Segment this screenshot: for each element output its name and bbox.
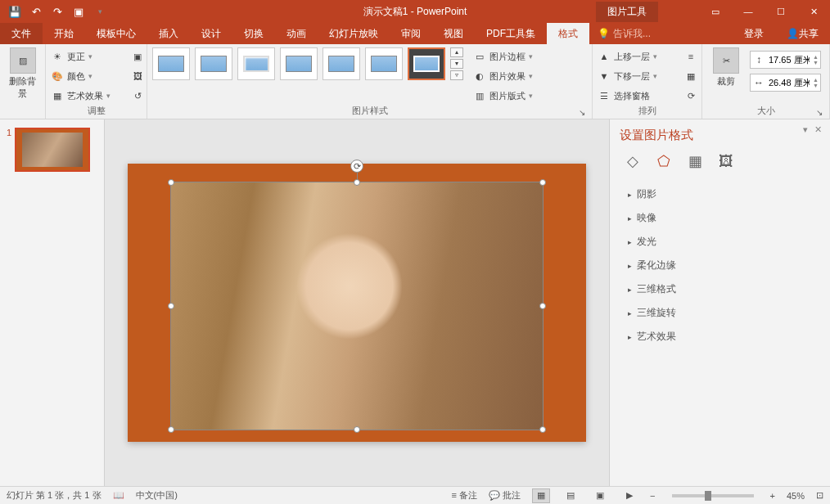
picture-effects-button[interactable]: ◐图片效果 ▾ [473,67,533,85]
start-from-beginning-button[interactable]: ▣ [69,2,88,21]
share-button[interactable]: 👤 共享 [775,23,830,44]
zoom-out-button[interactable]: − [650,491,655,501]
resize-handle-s[interactable] [354,426,360,433]
language-indicator[interactable]: 中文(中国) [136,489,178,502]
minimize-button[interactable]: — [732,0,765,23]
section-3drotate[interactable]: 三维旋转 [620,301,820,325]
group-button[interactable]: ▦ [684,67,697,85]
resize-handle-n[interactable] [354,179,360,186]
change-picture-button[interactable]: 🖼 [131,67,144,85]
picture-border-button[interactable]: ▭图片边框 ▾ [473,47,533,65]
picture-pane-icon[interactable]: 🖼 [716,151,736,171]
resize-handle-ne[interactable] [539,179,546,186]
reset-picture-button[interactable]: ↺ [131,87,144,105]
resize-handle-nw[interactable] [168,179,174,186]
zoom-slider[interactable] [672,494,754,497]
redo-button[interactable]: ↷ [47,2,67,21]
tab-format[interactable]: 格式 [547,23,589,44]
section-glow[interactable]: 发光 [620,230,820,254]
thumbnail-preview [15,128,90,172]
section-3dformat[interactable]: 三维格式 [620,277,820,301]
rotate-button[interactable]: ⟳ [684,87,697,105]
thumbnail-1[interactable]: 1 [7,128,97,172]
undo-button[interactable]: ↶ [26,2,46,21]
tab-template[interactable]: 模板中心 [85,23,147,44]
tab-home[interactable]: 开始 [43,23,85,44]
resize-handle-e[interactable] [539,303,546,309]
pane-close-button[interactable]: ✕ [814,124,822,135]
login-button[interactable]: 登录 [733,23,775,44]
tab-design[interactable]: 设计 [190,23,232,44]
size-props-icon[interactable]: ▦ [685,151,705,171]
rotation-handle[interactable]: ⟳ [350,160,363,173]
bring-forward-button[interactable]: ▲上移一层 ▾ [598,47,657,65]
pane-options-button[interactable]: ▾ [803,124,808,135]
fill-line-icon[interactable]: ◇ [623,151,643,171]
adjust-group-label: 调整 [51,105,142,119]
tab-animation[interactable]: 动画 [275,23,318,44]
remove-background-button[interactable]: ▨ 删除背景 [5,47,40,100]
width-spinner[interactable]: ▲▼ [813,77,819,88]
send-backward-button[interactable]: ▼下移一层 ▾ [598,67,657,85]
tell-me-search[interactable]: 💡告诉我... [598,23,651,44]
compress-pictures-button[interactable]: ▣ [131,47,144,65]
styles-dialog-launcher[interactable]: ↘ [579,108,585,117]
corrections-button[interactable]: ☀更正 ▾ [51,47,92,65]
style-item-4[interactable] [280,47,318,80]
effects-pane-icon[interactable]: ⬠ [654,151,674,171]
tab-slideshow[interactable]: 幻灯片放映 [318,23,390,44]
align-button[interactable]: ≡ [684,47,697,65]
zoom-in-button[interactable]: + [770,491,775,501]
tab-insert[interactable]: 插入 [147,23,190,44]
picture-layout-button[interactable]: ▥图片版式 ▾ [473,87,533,105]
comments-button[interactable]: 💬 批注 [489,489,521,502]
picture-selection[interactable]: ⟳ [170,182,544,430]
tab-file[interactable]: 文件 [0,23,43,44]
artistic-effects-button[interactable]: ▦艺术效果 ▾ [51,87,111,105]
normal-view-button[interactable]: ▦ [532,488,550,503]
maximize-button[interactable]: ☐ [765,0,797,23]
save-button[interactable]: 💾 [5,2,25,21]
selection-pane-button[interactable]: ☰选择窗格 [598,87,650,105]
section-artistic[interactable]: 艺术效果 [620,325,820,349]
slide-canvas[interactable]: ⟳ [128,164,586,442]
tab-review[interactable]: 审阅 [390,23,432,44]
style-item-3[interactable] [237,47,275,80]
qat-customize-button[interactable]: ▾ [90,2,110,21]
width-field[interactable] [769,78,810,88]
section-shadow[interactable]: 阴影 [620,182,820,206]
tab-pdf[interactable]: PDF工具集 [475,23,547,44]
ribbon-options-button[interactable]: ▭ [699,0,732,23]
style-item-1[interactable] [152,47,190,80]
style-item-7[interactable] [408,47,445,80]
section-reflection[interactable]: 映像 [620,206,820,230]
tab-view[interactable]: 视图 [432,23,475,44]
resize-handle-sw[interactable] [168,426,174,433]
zoom-percent[interactable]: 45% [787,491,805,501]
crop-button[interactable]: ✂ 裁剪 [707,47,745,88]
slideshow-view-button[interactable]: ▶ [620,488,638,503]
width-input[interactable]: ↔ ▲▼ [750,74,821,92]
sorter-view-button[interactable]: ▤ [562,488,580,503]
resize-handle-w[interactable] [168,303,174,309]
color-button[interactable]: 🎨颜色 ▾ [51,67,92,85]
gallery-scroll[interactable]: ▴▾▿ [450,47,463,80]
style-item-6[interactable] [365,47,403,80]
slide-counter[interactable]: 幻灯片 第 1 张，共 1 张 [7,489,101,502]
group-picture-styles: ▴▾▿ ▭图片边框 ▾ ◐图片效果 ▾ ▥图片版式 ▾ 图片样式↘ [147,44,593,119]
style-item-2[interactable] [195,47,232,80]
height-input[interactable]: ↕ ▲▼ [750,51,821,69]
resize-handle-se[interactable] [539,426,546,433]
reading-view-button[interactable]: ▣ [591,488,609,503]
height-spinner[interactable]: ▲▼ [813,54,819,65]
slide-editor[interactable]: ⟳ [105,119,609,486]
notes-button[interactable]: ≡ 备注 [452,489,477,502]
fit-window-button[interactable]: ⊡ [816,490,823,501]
size-dialog-launcher[interactable]: ↘ [816,108,823,117]
spellcheck-icon[interactable]: 📖 [113,490,124,501]
close-button[interactable]: ✕ [797,0,830,23]
height-field[interactable] [769,55,810,65]
section-softedge[interactable]: 柔化边缘 [620,254,820,277]
style-item-5[interactable] [323,47,360,80]
tab-transition[interactable]: 切换 [232,23,275,44]
